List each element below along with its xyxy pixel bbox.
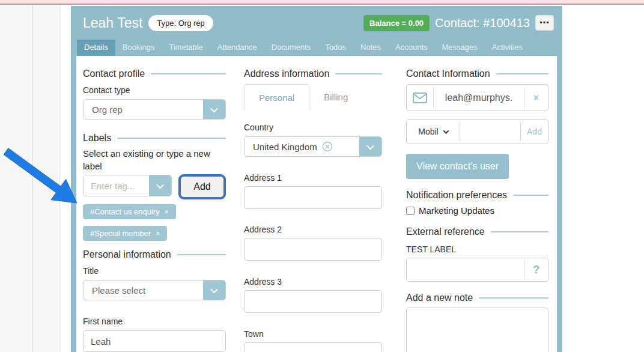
heading-rule (496, 73, 548, 74)
tag-chip-label: #Special member (90, 229, 151, 238)
notification-preferences-heading: Notification preferences (406, 190, 548, 201)
title-dropdown-button[interactable] (203, 281, 225, 300)
top-pink-divider (0, 4, 644, 5)
add-phone-button[interactable]: Add (521, 120, 548, 144)
personal-information-heading: Personal information (83, 249, 226, 260)
country-select[interactable]: United Kingdom (244, 136, 382, 157)
contact-tab-bar: Details Bookings Timetable Attendance Do… (71, 40, 562, 56)
town-input[interactable] (244, 342, 382, 352)
tag-input[interactable] (84, 175, 149, 196)
remove-tag-icon[interactable]: × (165, 208, 169, 216)
contact-type-label: Contact type (83, 85, 226, 95)
chevron-down-icon (210, 105, 218, 112)
chevron-down-icon (210, 285, 218, 293)
add-note-heading-text: Add a new note (406, 293, 473, 303)
tab-activities[interactable]: Activities (485, 40, 530, 56)
add-tag-button[interactable]: Add (180, 176, 224, 198)
header-right-group: Balance = 0.00 Contact: #100413 ••• (363, 15, 554, 31)
labels-description: Select an existing or type a new label (83, 147, 226, 172)
balance-badge: Balance = 0.00 (363, 15, 430, 31)
tag-chip-row: #Special member × (83, 226, 226, 241)
tag-combobox[interactable] (83, 175, 172, 196)
column-address-information: Address information Personal Billing Cou… (244, 56, 382, 352)
left-background-panel (0, 5, 59, 352)
contact-header: Leah Test Type: Org rep Balance = 0.00 C… (71, 6, 562, 40)
notification-preferences-heading-text: Notification preferences (406, 190, 507, 201)
tag-dropdown-button[interactable] (149, 175, 171, 196)
contact-name-title: Leah Test (83, 15, 142, 31)
test-label-label: TEST LABEL (406, 244, 548, 254)
help-icon[interactable]: ? (524, 258, 548, 281)
tag-chip[interactable]: #Contact us enquiry × (83, 204, 176, 219)
remove-email-button[interactable]: × (524, 85, 548, 111)
clear-selection-icon[interactable] (322, 141, 333, 152)
address3-label: Address 3 (244, 277, 382, 287)
view-contacts-user-button[interactable]: View contact's user (406, 154, 509, 179)
marketing-updates-row: Marketing Updates (406, 205, 548, 216)
heading-rule (513, 195, 548, 196)
tag-chip-label: #Contact us enquiry (90, 207, 160, 216)
remove-tag-icon[interactable]: × (156, 229, 160, 238)
external-reference-heading: External reference (406, 226, 548, 237)
phone-type-select[interactable]: Mobil (407, 120, 460, 144)
tab-notes[interactable]: Notes (353, 40, 388, 56)
country-dropdown-button[interactable] (359, 137, 381, 156)
tab-messages[interactable]: Messages (435, 40, 485, 56)
contact-type-select[interactable]: Org rep (83, 99, 226, 120)
address-tab-personal[interactable]: Personal (244, 84, 309, 111)
email-input[interactable] (434, 85, 524, 111)
labels-heading-text: Labels (83, 133, 111, 144)
tab-documents[interactable]: Documents (264, 40, 318, 56)
first-name-input[interactable] (83, 330, 226, 352)
address2-input[interactable] (244, 238, 382, 261)
add-note-heading: Add a new note (406, 293, 548, 303)
tab-todos[interactable]: Todos (318, 40, 353, 56)
heading-rule (117, 138, 226, 139)
heading-rule (151, 73, 226, 74)
address-information-heading-text: Address information (244, 68, 329, 79)
marketing-updates-checkbox[interactable] (406, 207, 415, 215)
left-vertical-divider (32, 5, 33, 352)
contact-information-heading-text: Contact Information (406, 68, 490, 79)
phone-number-input[interactable] (460, 120, 520, 144)
title-label: Title (83, 266, 226, 276)
title-value: Please select (84, 281, 203, 300)
address-tab-billing[interactable]: Billing (309, 84, 362, 111)
address2-label: Address 2 (244, 225, 382, 234)
title-select[interactable]: Please select (83, 280, 226, 300)
chevron-down-icon (366, 142, 374, 150)
contact-profile-heading-text: Contact profile (83, 68, 145, 79)
heading-rule (335, 73, 382, 74)
tab-bookings[interactable]: Bookings (115, 40, 162, 56)
contact-type-dropdown-button[interactable] (203, 100, 225, 119)
contact-type-value: Org rep (84, 100, 203, 119)
tag-chip[interactable]: #Special member × (83, 226, 167, 241)
address-information-heading: Address information (244, 68, 382, 79)
contact-record-panel: Leah Test Type: Org rep Balance = 0.00 C… (71, 6, 562, 352)
external-reference-input[interactable] (407, 258, 524, 281)
address1-input[interactable] (244, 186, 382, 209)
country-label: Country (244, 123, 382, 132)
address3-input[interactable] (244, 290, 382, 313)
heading-rule (479, 297, 548, 299)
phone-row: Mobil Add (406, 119, 548, 144)
town-label: Town (244, 329, 382, 339)
tab-timetable[interactable]: Timetable (162, 40, 210, 56)
envelope-icon (407, 85, 433, 111)
heading-rule (177, 254, 226, 255)
new-note-textarea[interactable] (406, 308, 548, 352)
contact-id-label: Contact: #100413 (435, 16, 530, 30)
tab-accounts[interactable]: Accounts (388, 40, 434, 56)
contact-information-heading: Contact Information (406, 68, 548, 79)
contact-profile-heading: Contact profile (83, 68, 226, 79)
labels-heading: Labels (83, 133, 226, 144)
details-content: Contact profile Contact type Org rep Lab… (71, 56, 562, 352)
tab-details[interactable]: Details (77, 40, 115, 56)
column-contact-profile: Contact profile Contact type Org rep Lab… (83, 56, 226, 352)
tag-chip-row: #Contact us enquiry × (83, 204, 226, 219)
column-contact-information: Contact Information × Mobil (406, 56, 548, 352)
more-actions-button[interactable]: ••• (535, 15, 554, 31)
phone-type-value: Mobil (418, 127, 438, 136)
contact-type-pill: Type: Org rep (148, 15, 213, 31)
tab-attendance[interactable]: Attendance (210, 40, 264, 56)
